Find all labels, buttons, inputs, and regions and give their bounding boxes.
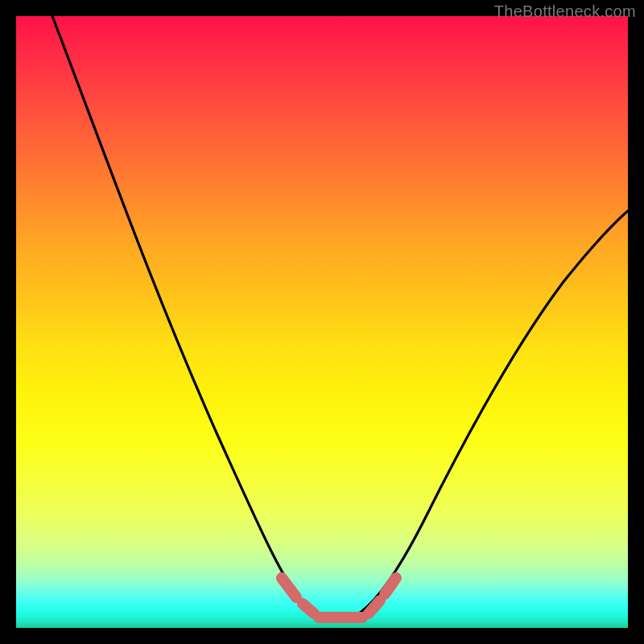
- svg-line-4: [385, 578, 396, 594]
- svg-line-1: [303, 604, 314, 613]
- valley-marker: [282, 578, 396, 617]
- chart-frame: TheBottleneck.com: [0, 0, 644, 644]
- bottleneck-curve: [52, 16, 628, 621]
- plot-area: [16, 16, 628, 628]
- curve-layer: [16, 16, 628, 628]
- svg-line-0: [282, 578, 296, 597]
- watermark-text: TheBottleneck.com: [494, 2, 636, 21]
